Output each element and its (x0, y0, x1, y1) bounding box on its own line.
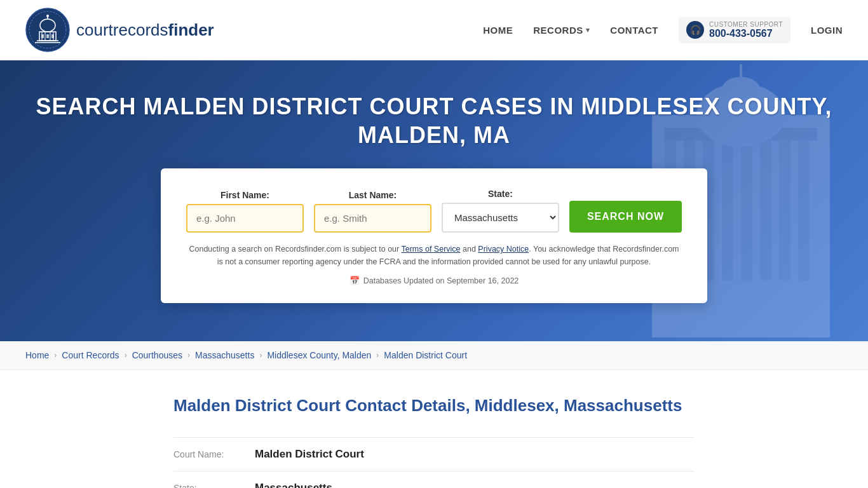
hero-title: SEARCH MALDEN DISTRICT COURT CASES IN MI… (25, 92, 843, 149)
support-area: 🎧 CUSTOMER SUPPORT 800-433-0567 (679, 17, 790, 43)
svg-rect-7 (46, 34, 49, 38)
chevron-down-icon: ▾ (586, 26, 590, 34)
main-nav: HOME RECORDS ▾ CONTACT 🎧 CUSTOMER SUPPOR… (483, 17, 843, 43)
login-button[interactable]: LOGIN (811, 25, 843, 36)
breadcrumb-current: Malden District Court (384, 350, 467, 360)
section-title: Malden District Court Contact Details, M… (173, 395, 695, 417)
state-field-label: State: (173, 482, 250, 488)
breadcrumb-home[interactable]: Home (25, 350, 49, 360)
logo-icon (25, 8, 70, 52)
nav-contact[interactable]: CONTACT (610, 25, 658, 36)
first-name-label: First Name: (186, 190, 304, 200)
support-number: 800-433-0567 (709, 28, 783, 39)
disclaimer-text: Conducting a search on Recordsfinder.com… (186, 243, 682, 268)
terms-of-service-link[interactable]: Terms of Service (401, 245, 460, 254)
breadcrumb-courthouses[interactable]: Courthouses (132, 350, 182, 360)
breadcrumb-court-records[interactable]: Court Records (62, 350, 119, 360)
support-label: CUSTOMER SUPPORT (709, 21, 783, 28)
svg-point-4 (46, 15, 49, 17)
state-label: State: (442, 189, 559, 199)
last-name-group: Last Name: (314, 190, 431, 233)
nav-home[interactable]: HOME (483, 25, 513, 36)
last-name-label: Last Name: (314, 190, 431, 200)
state-field-value: Massachusetts (255, 482, 332, 488)
calendar-icon: 📅 (349, 276, 360, 285)
first-name-group: First Name: (186, 190, 304, 233)
search-now-button[interactable]: SEARCH NOW (569, 201, 682, 233)
hero-section: SEARCH MALDEN DISTRICT COURT CASES IN MI… (0, 60, 868, 341)
main-content: Malden District Court Contact Details, M… (148, 370, 720, 488)
logo[interactable]: courtrecordsfinder (25, 8, 214, 52)
breadcrumb-sep-4: › (259, 351, 262, 360)
court-name-label: Court Name: (173, 448, 250, 459)
last-name-input[interactable] (314, 204, 431, 233)
court-name-value: Malden District Court (255, 448, 364, 461)
hero-content: SEARCH MALDEN DISTRICT COURT CASES IN MI… (25, 92, 843, 303)
nav-records[interactable]: RECORDS ▾ (533, 25, 590, 36)
court-name-row: Court Name: Malden District Court (173, 437, 695, 471)
privacy-notice-link[interactable]: Privacy Notice (478, 245, 529, 254)
breadcrumb-sep-3: › (187, 351, 190, 360)
breadcrumb-middlesex[interactable]: Middlesex County, Malden (267, 350, 371, 360)
db-updated: 📅 Databases Updated on September 16, 202… (186, 276, 682, 285)
state-group: State: Massachusetts Alabama Alaska Ariz… (442, 189, 559, 233)
state-row: State: Massachusetts (173, 471, 695, 488)
breadcrumb-sep-1: › (54, 351, 57, 360)
search-fields: First Name: Last Name: State: Massachuse… (186, 189, 682, 233)
breadcrumb-sep-5: › (376, 351, 379, 360)
breadcrumb-massachusetts[interactable]: Massachusetts (195, 350, 254, 360)
first-name-input[interactable] (186, 204, 304, 233)
search-box: First Name: Last Name: State: Massachuse… (161, 168, 707, 303)
breadcrumb: Home › Court Records › Courthouses › Mas… (0, 341, 868, 370)
state-select[interactable]: Massachusetts Alabama Alaska Arizona Cal… (442, 203, 559, 233)
breadcrumb-sep-2: › (125, 351, 127, 360)
logo-text: courtrecordsfinder (76, 20, 214, 40)
headset-icon: 🎧 (686, 21, 704, 39)
site-header: courtrecordsfinder HOME RECORDS ▾ CONTAC… (0, 0, 868, 60)
